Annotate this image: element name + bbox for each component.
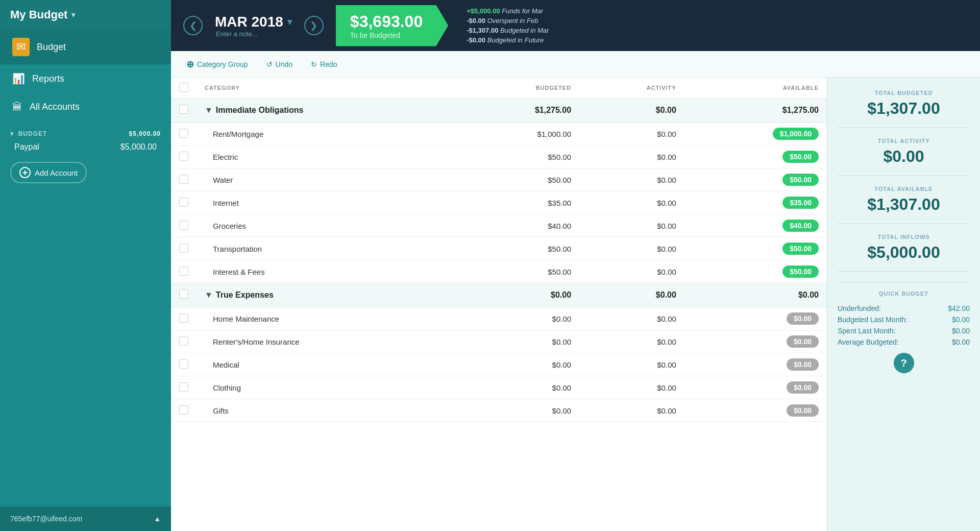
- cat-budgeted[interactable]: $0.00: [459, 376, 580, 399]
- cat-budgeted[interactable]: $50.00: [459, 168, 580, 191]
- prev-month-button[interactable]: ❮: [183, 16, 203, 35]
- cat-budgeted[interactable]: $0.00: [459, 399, 580, 422]
- row-checkbox[interactable]: [179, 336, 188, 346]
- account-name-paypal: Paypal: [14, 142, 39, 152]
- table-body: ▼ Immediate Obligations $1,275.00 $0.00 …: [171, 99, 827, 422]
- group-row-immediate-obligations[interactable]: ▼ Immediate Obligations $1,275.00 $0.00 …: [171, 99, 827, 123]
- sidebar-footer: 765efb77@uifeed.com ▲: [0, 506, 171, 531]
- cat-budgeted[interactable]: $0.00: [459, 307, 580, 330]
- group-checkbox-true-expenses[interactable]: [179, 289, 188, 299]
- month-note[interactable]: Enter a note...: [215, 30, 292, 38]
- add-account-button[interactable]: + Add Account: [10, 162, 87, 183]
- header-available: AVAILABLE: [684, 78, 827, 99]
- budget-nav-item[interactable]: ✉ Budget: [0, 30, 171, 64]
- cat-available: $1,000.00: [684, 123, 827, 146]
- cat-budgeted[interactable]: $35.00: [459, 191, 580, 214]
- budget-summary: +$5,000.00 Funds for Mar -$0.00 Overspen…: [467, 7, 549, 44]
- qb-line-underfunded[interactable]: Underfunded: $42.00: [838, 303, 970, 314]
- table-row[interactable]: Gifts $0.00 $0.00 $0.00: [171, 399, 827, 422]
- summary-line-0: +$5,000.00 Funds for Mar: [467, 7, 549, 15]
- undo-button[interactable]: ↺ Undo: [259, 57, 300, 71]
- total-budgeted-value: $1,307.00: [867, 99, 940, 118]
- cat-name: Renter's/Home Insurance: [197, 330, 459, 353]
- table-row[interactable]: Electric $50.00 $0.00 $50.00: [171, 146, 827, 168]
- app-title-bar[interactable]: My Budget ▾: [0, 0, 171, 30]
- help-icon: ?: [900, 357, 906, 369]
- cat-activity: $0.00: [579, 353, 684, 376]
- cat-activity: $0.00: [579, 123, 684, 146]
- total-inflows-block: TOTAL INFLOWS $5,000.00: [838, 234, 970, 272]
- cat-budgeted[interactable]: $40.00: [459, 214, 580, 237]
- row-checkbox[interactable]: [179, 359, 188, 369]
- total-budgeted-block: TOTAL BUDGETED $1,307.00: [838, 90, 970, 128]
- table-row[interactable]: Home Maintenance $0.00 $0.00 $0.00: [171, 307, 827, 330]
- summary-funds-mar-desc: Funds for Mar: [502, 7, 543, 15]
- total-budgeted-label: TOTAL BUDGETED: [874, 90, 933, 96]
- qb-line-average-budgeted[interactable]: Average Budgeted: $0.00: [838, 336, 970, 348]
- budget-nav-label: Budget: [37, 42, 66, 53]
- content-area: CATEGORY BUDGETED ACTIVITY AVAILABLE: [171, 78, 980, 531]
- row-checkbox[interactable]: [179, 313, 188, 323]
- group-activity-immediate: $0.00: [579, 99, 684, 123]
- cat-budgeted[interactable]: $0.00: [459, 330, 580, 353]
- summary-budgeted-mar: -$1,307.00: [467, 27, 498, 34]
- budget-table-area: CATEGORY BUDGETED ACTIVITY AVAILABLE: [171, 78, 827, 531]
- table-row[interactable]: Clothing $0.00 $0.00 $0.00: [171, 376, 827, 399]
- undo-label: Undo: [276, 60, 292, 68]
- group-checkbox-immediate[interactable]: [179, 105, 188, 114]
- month-selector[interactable]: MAR 2018 ▾ Enter a note...: [215, 14, 292, 38]
- cat-budgeted[interactable]: $50.00: [459, 146, 580, 168]
- row-checkbox[interactable]: [179, 244, 188, 253]
- reports-nav-label: Reports: [32, 74, 64, 84]
- tbb-amount: $3,693.00: [350, 12, 423, 31]
- cat-name: Groceries: [197, 214, 459, 237]
- cat-budgeted[interactable]: $0.00: [459, 353, 580, 376]
- app-title-dropdown-icon[interactable]: ▾: [71, 11, 75, 19]
- group-chevron-immediate: ▼: [205, 106, 213, 115]
- table-row[interactable]: Interest & Fees $50.00 $0.00 $50.00: [171, 260, 827, 283]
- all-accounts-nav-item[interactable]: 🏛 All Accounts: [0, 93, 171, 121]
- qb-label-underfunded: Underfunded:: [838, 304, 881, 312]
- table-row[interactable]: Water $50.00 $0.00 $50.00: [171, 168, 827, 191]
- add-account-label: Add Account: [35, 168, 78, 177]
- reports-nav-item[interactable]: 📊 Reports: [0, 64, 171, 93]
- table-row[interactable]: Groceries $40.00 $0.00 $40.00: [171, 214, 827, 237]
- to-be-budgeted-box[interactable]: $3,693.00 To be Budgeted: [336, 5, 448, 46]
- cat-budgeted[interactable]: $50.00: [459, 237, 580, 260]
- row-checkbox[interactable]: [179, 129, 188, 138]
- row-checkbox[interactable]: [179, 405, 188, 415]
- table-row[interactable]: Medical $0.00 $0.00 $0.00: [171, 353, 827, 376]
- select-all-checkbox[interactable]: [179, 83, 188, 92]
- cat-activity: $0.00: [579, 260, 684, 283]
- redo-button[interactable]: ↻ Redo: [304, 57, 344, 71]
- budget-table: CATEGORY BUDGETED ACTIVITY AVAILABLE: [171, 78, 827, 422]
- table-row[interactable]: Renter's/Home Insurance $0.00 $0.00 $0.0…: [171, 330, 827, 353]
- header-budgeted: BUDGETED: [459, 78, 580, 99]
- table-row[interactable]: Transportation $50.00 $0.00 $50.00: [171, 237, 827, 260]
- help-button[interactable]: ?: [894, 353, 914, 373]
- row-checkbox[interactable]: [179, 267, 188, 276]
- top-header: ❮ MAR 2018 ▾ Enter a note... ❯ $3,693.00…: [171, 0, 980, 51]
- account-item-paypal[interactable]: Paypal $5,000.00: [0, 139, 171, 155]
- month-year-display[interactable]: MAR 2018 ▾: [215, 14, 292, 30]
- qb-line-spent-last-month[interactable]: Spent Last Month: $0.00: [838, 325, 970, 336]
- row-checkbox[interactable]: [179, 198, 188, 207]
- cat-available: $50.00: [684, 237, 827, 260]
- row-checkbox[interactable]: [179, 382, 188, 392]
- group-row-true-expenses[interactable]: ▼ True Expenses $0.00 $0.00 $0.00: [171, 283, 827, 307]
- add-category-group-button[interactable]: ⊕ Category Group: [179, 56, 255, 73]
- redo-label: Redo: [320, 60, 337, 68]
- next-month-button[interactable]: ❯: [304, 16, 324, 35]
- table-row[interactable]: Rent/Mortgage $1,000.00 $0.00 $1,000.00: [171, 123, 827, 146]
- row-checkbox[interactable]: [179, 175, 188, 184]
- total-inflows-value: $5,000.00: [867, 243, 940, 262]
- footer-up-arrow-icon[interactable]: ▲: [154, 515, 161, 523]
- row-checkbox[interactable]: [179, 152, 188, 161]
- cat-activity: $0.00: [579, 214, 684, 237]
- cat-available: $0.00: [684, 353, 827, 376]
- row-checkbox[interactable]: [179, 221, 188, 230]
- qb-line-budgeted-last-month[interactable]: Budgeted Last Month: $0.00: [838, 314, 970, 325]
- cat-budgeted[interactable]: $1,000.00: [459, 123, 580, 146]
- table-row[interactable]: Internet $35.00 $0.00 $35.00: [171, 191, 827, 214]
- cat-budgeted[interactable]: $50.00: [459, 260, 580, 283]
